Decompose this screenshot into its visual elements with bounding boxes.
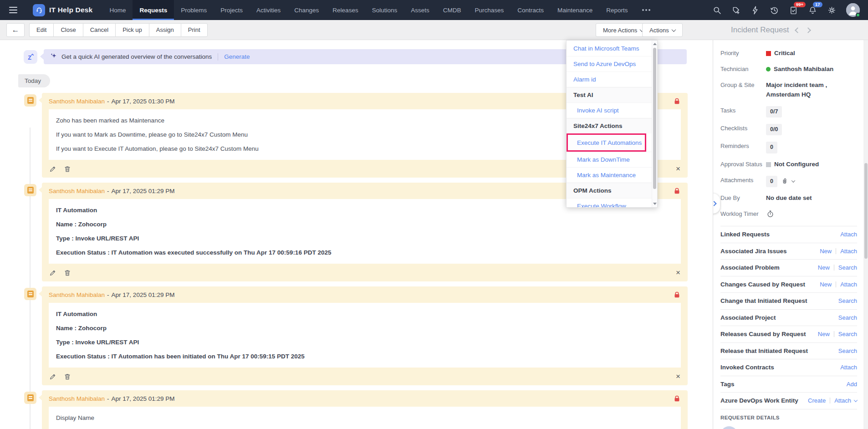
new-link[interactable]: New xyxy=(818,264,830,271)
entry-author-link[interactable]: Santhosh Mahibalan xyxy=(49,188,105,194)
stopwatch-icon[interactable] xyxy=(766,209,775,218)
pickup-button[interactable]: Pick up xyxy=(115,23,149,37)
new-link[interactable]: New xyxy=(820,281,832,288)
create-link[interactable]: Create xyxy=(808,397,826,404)
nav-item-cmdb[interactable]: CMDB xyxy=(436,0,468,20)
next-request-icon[interactable] xyxy=(805,27,811,33)
menu-item-mark-as-downtime[interactable]: Mark as DownTime xyxy=(567,152,653,167)
field-priority: Priority Critical xyxy=(720,46,857,61)
attachments-dropdown-icon[interactable] xyxy=(791,179,795,183)
nav-item-activities[interactable]: Activities xyxy=(250,0,287,20)
sidebar-scrollbar[interactable] xyxy=(863,40,868,429)
delete-note-icon[interactable] xyxy=(64,165,71,173)
attach-link[interactable]: Attach xyxy=(840,231,857,238)
private-lock-icon[interactable] xyxy=(673,395,681,403)
private-lock-icon[interactable] xyxy=(673,187,681,195)
attach-link[interactable]: Attach xyxy=(834,397,851,404)
tasks-count-badge[interactable]: 0/7 xyxy=(766,106,782,117)
attach-link[interactable]: Attach xyxy=(840,281,857,288)
scroll-down-icon[interactable] xyxy=(653,203,657,205)
nav-item-problems[interactable]: Problems xyxy=(174,0,214,20)
nav-item-changes[interactable]: Changes xyxy=(287,0,326,20)
nav-item-requests[interactable]: Requests xyxy=(133,0,174,20)
print-button[interactable]: Print xyxy=(181,23,208,37)
search-link[interactable]: Search xyxy=(838,264,857,271)
private-lock-icon[interactable] xyxy=(673,97,681,105)
quick-add-icon[interactable] xyxy=(731,5,741,15)
entry-author-link[interactable]: Santhosh Mahibalan xyxy=(49,291,105,298)
notifications-bell-icon[interactable]: 17 xyxy=(808,5,817,15)
section-changes-caused-by-request: Changes Caused by Request NewAttach xyxy=(720,276,857,293)
section-associated-project: Associated Project Search xyxy=(720,310,857,327)
zia-bolt-icon[interactable] xyxy=(751,5,760,15)
assign-button[interactable]: Assign xyxy=(149,23,181,37)
menu-item-send-to-azure-devops[interactable]: Send to Azure DevOps xyxy=(567,56,653,72)
search-link[interactable]: Search xyxy=(838,331,857,337)
attachments-count-badge[interactable]: 0 xyxy=(766,176,777,187)
settings-gear-icon[interactable] xyxy=(827,5,837,15)
nav-item-reports[interactable]: Reports xyxy=(599,0,634,20)
back-button[interactable]: ← xyxy=(6,23,25,37)
nav-item-releases[interactable]: Releases xyxy=(326,0,365,20)
edit-note-icon[interactable] xyxy=(49,269,56,276)
hamburger-menu-icon[interactable] xyxy=(6,0,25,20)
menu-item-chat-in-microsoft-teams[interactable]: Chat in Microsoft Teams xyxy=(567,41,653,56)
sidebar-scrollbar-thumb[interactable] xyxy=(864,163,868,259)
online-status-dot xyxy=(856,13,860,17)
search-link[interactable]: Search xyxy=(838,297,857,304)
search-link[interactable]: Search xyxy=(838,314,857,321)
history-icon[interactable] xyxy=(770,5,779,15)
scroll-up-icon[interactable] xyxy=(653,43,657,45)
actions-button[interactable]: Actions xyxy=(642,23,683,37)
nav-item-maintenance[interactable]: Maintenance xyxy=(551,0,599,20)
nav-item-contracts[interactable]: Contracts xyxy=(511,0,551,20)
entry-author-link[interactable]: Santhosh Mahibalan xyxy=(49,98,105,105)
nav-item-solutions[interactable]: Solutions xyxy=(365,0,404,20)
field-technician: Technician Santhosh Mahibalan xyxy=(720,61,857,77)
attach-link[interactable]: Attach xyxy=(840,248,857,255)
nav-more-icon[interactable] xyxy=(635,0,658,20)
private-lock-icon[interactable] xyxy=(673,291,681,299)
entry-author-link[interactable]: Santhosh Mahibalan xyxy=(49,395,105,402)
attach-link[interactable]: Attach xyxy=(840,364,857,371)
edit-button[interactable]: Edit xyxy=(29,23,53,37)
approvals-icon[interactable]: 99+ xyxy=(789,5,798,15)
previous-request-icon[interactable] xyxy=(795,27,801,33)
search-icon[interactable] xyxy=(712,5,722,15)
new-link[interactable]: New xyxy=(820,248,832,255)
add-link[interactable]: Add xyxy=(847,381,857,388)
menu-item-alarm-id[interactable]: Alarm id xyxy=(567,72,653,87)
new-link[interactable]: New xyxy=(818,331,830,337)
nav-item-assets[interactable]: Assets xyxy=(404,0,436,20)
delete-note-icon[interactable] xyxy=(64,269,71,276)
generate-link[interactable]: Generate xyxy=(224,53,250,60)
checklists-count-badge[interactable]: 0/0 xyxy=(766,124,782,135)
nav-item-home[interactable]: Home xyxy=(102,0,133,20)
attach-dropdown-icon[interactable] xyxy=(854,398,858,402)
profile-avatar[interactable] xyxy=(846,3,860,17)
close-entry-icon[interactable]: × xyxy=(676,269,680,276)
menu-item-mark-as-maintenance[interactable]: Mark as Maintenance xyxy=(567,167,653,183)
edit-note-icon[interactable] xyxy=(49,373,56,380)
section-invoked-contracts: Invoked Contracts Attach xyxy=(720,359,857,376)
menu-item-execute-workflow[interactable]: Execute Workflow xyxy=(567,198,653,208)
nav-item-purchases[interactable]: Purchases xyxy=(468,0,511,20)
close-button[interactable]: Close xyxy=(53,23,82,37)
note-icon xyxy=(24,288,36,300)
menu-item-invoke-ai-script[interactable]: Invoke AI script xyxy=(567,102,653,118)
close-entry-icon[interactable]: × xyxy=(676,373,680,380)
nav-item-projects[interactable]: Projects xyxy=(214,0,250,20)
reminders-count-badge[interactable]: 0 xyxy=(766,142,777,153)
cancel-button[interactable]: Cancel xyxy=(83,23,115,37)
requester-avatar xyxy=(720,426,738,429)
close-entry-icon[interactable]: × xyxy=(676,165,680,173)
paperclip-icon[interactable] xyxy=(781,177,789,185)
menu-scrollbar-thumb[interactable] xyxy=(653,48,656,189)
sidebar-collapse-handle[interactable] xyxy=(713,194,720,214)
menu-scrollbar[interactable] xyxy=(652,41,657,207)
delete-note-icon[interactable] xyxy=(64,373,71,380)
zia-icon[interactable]: Z xyxy=(24,50,37,64)
menu-item-execute-it-automations[interactable]: Execute IT Automations xyxy=(567,133,646,152)
edit-note-icon[interactable] xyxy=(49,165,56,173)
search-link[interactable]: Search xyxy=(838,347,857,354)
